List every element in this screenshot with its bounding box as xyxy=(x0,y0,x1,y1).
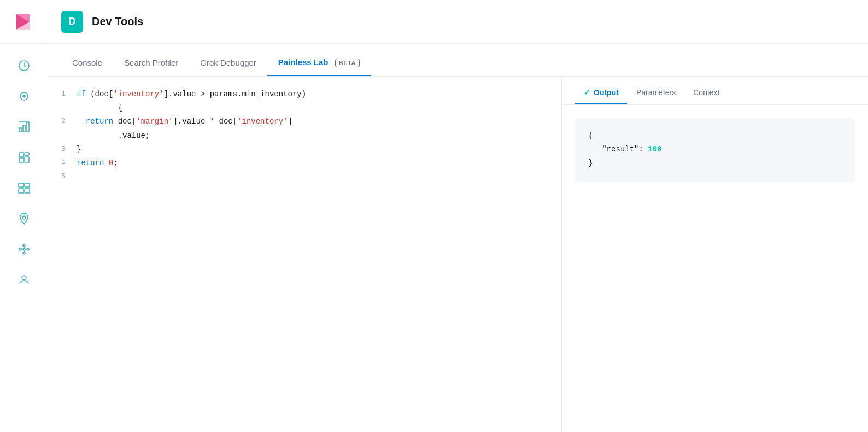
line-number-4: 4 xyxy=(57,156,77,169)
tab-search-profiler[interactable]: Search Profiler xyxy=(113,58,189,76)
svg-rect-7 xyxy=(23,125,25,132)
result-value: 100 xyxy=(648,145,661,154)
code-block: 1 if (doc['inventory'].value > params.mi… xyxy=(48,87,561,184)
main-content: D Dev Tools Console Search Profiler Grok… xyxy=(48,0,868,432)
tab-grok-debugger[interactable]: Grok Debugger xyxy=(189,58,267,76)
result-open-brace: { xyxy=(588,131,593,140)
code-line-2: 2 return doc['margin'].value * doc['inve… xyxy=(48,115,561,142)
result-box: { "result": 100 } xyxy=(575,118,855,182)
app-icon-letter: D xyxy=(69,16,76,27)
tab-painless-lab[interactable]: Painless Lab BETA xyxy=(267,57,371,76)
svg-point-21 xyxy=(27,248,29,250)
line-number-2: 2 xyxy=(57,115,77,127)
check-icon: ✓ xyxy=(584,88,590,97)
top-bar: D Dev Tools xyxy=(48,0,868,44)
code-line-4: 4 return 0; xyxy=(48,156,561,170)
svg-rect-16 xyxy=(19,189,24,193)
svg-point-23 xyxy=(23,248,25,250)
line-number-3: 3 xyxy=(57,143,77,155)
output-tab-output[interactable]: ✓ Output xyxy=(575,88,627,104)
nav-user-icon[interactable] xyxy=(11,267,37,293)
beta-badge: BETA xyxy=(335,59,360,67)
nav-visualize-icon[interactable] xyxy=(11,114,37,140)
nav-dashboard-icon[interactable] xyxy=(11,144,37,171)
tab-console[interactable]: Console xyxy=(61,58,113,76)
content-area: 1 if (doc['inventory'].value > params.mi… xyxy=(48,77,868,432)
svg-point-22 xyxy=(23,252,25,254)
result-colon: : xyxy=(638,145,648,154)
code-line-5: 5 xyxy=(48,170,561,184)
output-panel: ✓ Output Parameters Context { "result": … xyxy=(562,77,868,432)
nav-ml-icon[interactable] xyxy=(11,236,37,262)
svg-rect-8 xyxy=(27,122,29,132)
nav-maps-icon[interactable] xyxy=(11,206,37,232)
svg-rect-14 xyxy=(19,183,24,187)
code-line-3: 3 } xyxy=(48,143,561,156)
svg-point-20 xyxy=(23,244,25,247)
svg-rect-11 xyxy=(25,153,29,155)
svg-rect-6 xyxy=(19,128,21,132)
svg-rect-15 xyxy=(25,183,30,187)
nav-discover-icon[interactable] xyxy=(11,83,37,109)
result-key: "result" xyxy=(588,145,638,154)
output-tab-bar: ✓ Output Parameters Context xyxy=(562,77,868,105)
main-tab-bar: Console Search Profiler Grok Debugger Pa… xyxy=(48,44,868,77)
svg-point-18 xyxy=(22,216,26,219)
svg-point-28 xyxy=(22,276,26,280)
line-number-1: 1 xyxy=(57,87,77,100)
nav-recent-icon[interactable] xyxy=(11,52,37,79)
svg-point-5 xyxy=(23,95,25,97)
svg-point-19 xyxy=(19,248,21,250)
app-title: Dev Tools xyxy=(92,15,143,28)
left-navigation xyxy=(0,0,48,432)
svg-rect-13 xyxy=(19,158,24,162)
logo-area xyxy=(0,0,48,44)
output-tab-context[interactable]: Context xyxy=(684,88,728,104)
svg-rect-12 xyxy=(25,157,29,162)
app-icon: D xyxy=(61,11,83,33)
svg-rect-17 xyxy=(25,189,30,193)
code-editor-panel[interactable]: 1 if (doc['inventory'].value > params.mi… xyxy=(48,77,562,432)
svg-rect-10 xyxy=(19,153,24,157)
nav-canvas-icon[interactable] xyxy=(11,175,37,201)
output-tab-parameters[interactable]: Parameters xyxy=(627,88,684,104)
output-content: { "result": 100 } xyxy=(562,105,868,432)
kibana-logo-icon xyxy=(14,12,34,32)
line-number-5: 5 xyxy=(57,170,77,183)
result-close-brace: } xyxy=(588,159,593,167)
code-line-1: 1 if (doc['inventory'].value > params.mi… xyxy=(48,87,561,115)
